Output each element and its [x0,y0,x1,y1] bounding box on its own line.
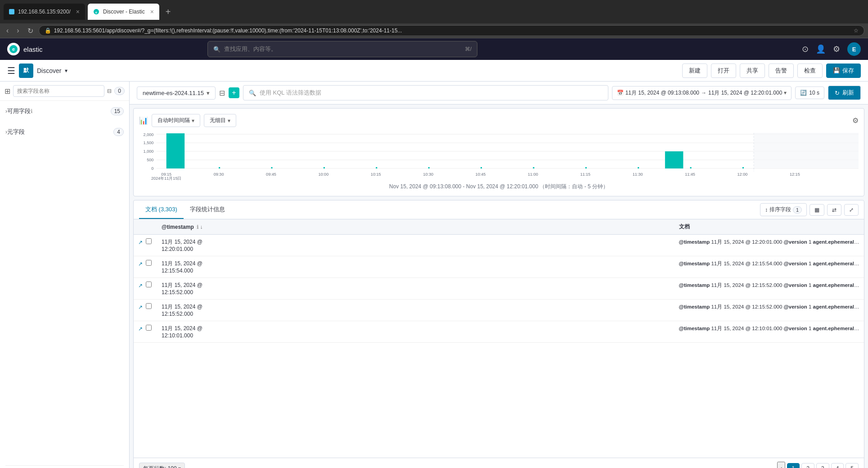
svg-rect-21 [585,167,587,168]
row-expand-btn-1[interactable]: ↗ [138,261,143,267]
settings-icon[interactable]: ⚙ [833,44,840,54]
tab2-close-icon[interactable]: × [150,8,154,15]
row-expand-btn-0[interactable]: ↗ [138,239,143,245]
row-document-4: @timestamp 11月 15, 2024 @ 12:10:01.000 @… [675,321,864,343]
bar-9[interactable] [665,151,683,168]
sidebar-search-input[interactable] [13,85,104,97]
no-detail-label: 无细目 [210,117,226,124]
tab1-close-icon[interactable]: × [76,8,80,15]
user-icon[interactable]: 👤 [816,44,826,54]
row-checkbox-3[interactable] [146,303,152,309]
columns-btn[interactable]: ▦ [810,204,824,216]
fullscreen-btn[interactable]: ⤢ [844,204,859,216]
bar-0[interactable] [166,133,184,168]
time-range-picker[interactable]: 📅 11月 15, 2024 @ 09:13:08.000 → 11月 15, … [612,86,792,100]
pagination: ‹ 1 2 3 4 5 [777,462,859,468]
refresh-label: 刷新 [842,89,854,97]
bookmark-icon[interactable]: ☆ [854,27,859,34]
url-bar[interactable]: 🔒 192.168.56.135:5601/app/discover#/?_g=… [39,25,864,36]
page-2-btn[interactable]: 2 [801,463,814,468]
chart-gear-icon[interactable]: ⚙ [852,116,859,125]
back-btn[interactable]: ‹ [4,26,11,36]
index-selector[interactable]: newtime-es-2024.11.15 ▾ [137,86,216,100]
add-field-button[interactable]: 📄 添加字段 [5,465,124,468]
prev-page-btn[interactable]: ‹ [777,462,785,468]
svg-text:11:30: 11:30 [633,172,643,177]
refresh-button[interactable]: ↻ 刷新 [828,86,861,100]
timestamp-sort-icon[interactable]: ↓ [200,224,202,230]
sidebar-filter-icon[interactable]: ⊟ [107,88,112,94]
search-shortcut: ⌘/ [465,46,472,52]
alert-button[interactable]: 告警 [769,64,794,78]
svg-rect-22 [638,167,639,168]
histogram-chart[interactable]: 2,000 1,500 1,000 500 0 [139,131,859,180]
doc-text-2: @timestamp 11月 15, 2024 @ 12:15:52.000 @… [679,282,860,289]
open-button[interactable]: 打开 [711,64,736,78]
meta-fields-header[interactable]: › 元字段 4 [5,125,124,139]
sidebar-count-badge: 0 [114,87,125,95]
available-fields-header[interactable]: › 可用字段 ℹ 15 [5,105,124,118]
refresh-interval-label: 10 s [809,90,819,96]
compare-icon: ⇄ [832,207,837,213]
query-input[interactable]: 🔍 使用 KQL 语法筛选数据 [243,85,608,100]
row-expand-btn-2[interactable]: ↗ [138,282,143,289]
inspect-button[interactable]: 检查 [797,64,823,78]
row-checkbox-4[interactable] [146,325,152,331]
row-document-3: @timestamp 11月 15, 2024 @ 12:15:52.000 @… [675,300,864,321]
app-search-input[interactable]: 🔍 查找应用、内容等。 ⌘/ [207,41,477,57]
save-label: 保存 [842,67,854,75]
index-filter-icon[interactable]: ⊟ [219,89,225,97]
per-page-select[interactable]: 每页行数: 100 ▾ [139,463,185,468]
auto-interval-button[interactable]: 自动时间间隔 ▾ [152,114,200,127]
row-controls-0: ↗ [134,235,157,256]
index-name: newtime-es-2024.11.15 [143,90,204,96]
tab-fields[interactable]: 字段统计信息 [184,201,231,219]
meta-fields-label: 元字段 [7,128,25,136]
row-checkbox-2[interactable] [146,282,152,287]
user-avatar[interactable]: E [847,42,861,56]
browser-tab-inactive[interactable]: 192.168.56.135:9200/ × [4,4,85,20]
new-tab-btn[interactable]: + [162,7,175,17]
page-3-btn[interactable]: 3 [816,463,829,468]
row-timestamp-3: 11月 15, 2024 @ 12:15:52.000 [157,300,675,321]
page-4-btn[interactable]: 4 [831,463,844,468]
browser-tab-active[interactable]: e Discover - Elastic × [88,4,159,20]
search-icon: 🔍 [213,46,220,53]
sidebar-grid-icon: ⊞ [4,87,10,95]
svg-rect-40 [754,133,859,168]
new-button[interactable]: 新建 [682,64,707,78]
page-5-btn[interactable]: 5 [846,463,859,468]
row-timestamp-1: 11月 15, 2024 @ 12:15:54.000 [157,256,675,278]
compare-btn[interactable]: ⇄ [827,204,841,216]
url-text: 192.168.56.135:5601/app/discover#/?_g=(f… [54,27,402,34]
save-button[interactable]: 💾 保存 [826,64,861,78]
calendar-icon: 📅 [617,90,624,96]
hamburger-icon[interactable]: ☰ [7,65,15,76]
svg-text:1,500: 1,500 [144,141,154,145]
no-detail-chevron-icon: ▾ [228,118,230,124]
row-checkbox-0[interactable] [146,238,152,244]
forward-btn[interactable]: › [14,26,22,36]
row-expand-btn-4[interactable]: ↗ [138,326,143,332]
tab-documents[interactable]: 文档 (3,303) [139,201,184,219]
add-filter-btn[interactable]: + [229,87,239,98]
table-row: ↗ 11月 15, 2024 @ 12:15:54.000 @timestamp… [134,256,864,278]
row-document-0: @timestamp 11月 15, 2024 @ 12:20:01.000 @… [675,235,864,256]
no-detail-button[interactable]: 无细目 ▾ [204,114,236,127]
row-checkbox-1[interactable] [146,260,152,266]
page-1-btn[interactable]: 1 [787,463,800,468]
results-table: @timestamp ℹ ↓ 文档 ↗ 11月 [134,219,864,458]
svg-rect-17 [376,167,377,168]
reload-btn[interactable]: ↻ [25,26,36,36]
col-timestamp[interactable]: @timestamp ℹ ↓ [157,219,675,235]
index-chevron-icon: ▾ [207,90,210,96]
help-icon[interactable]: ⊙ [802,44,809,54]
row-expand-btn-3[interactable]: ↗ [138,304,143,310]
sort-field-button[interactable]: ↕ 排序字段 1 [760,203,807,216]
per-page-label: 每页行数: 100 [143,465,177,468]
elastic-logo[interactable]: e elastic [7,43,43,55]
share-button[interactable]: 共享 [740,64,765,78]
discover-chevron-icon[interactable]: ▾ [65,68,67,74]
refresh-interval-badge[interactable]: 🔄 10 s [795,86,824,99]
app-bar: e elastic 🔍 查找应用、内容等。 ⌘/ ⊙ 👤 ⚙ E [0,38,868,60]
